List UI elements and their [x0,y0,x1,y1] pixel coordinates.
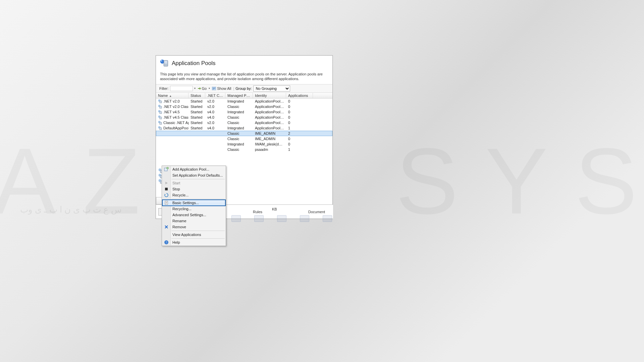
cell-name: .NET v2.0 [163,99,180,103]
cell-pipeline: Classic [225,105,253,109]
cell-identity: ApplicationPoolId... [253,110,286,114]
cell-apps: 0 [286,121,313,125]
cell-clr: v4.0 [205,126,225,130]
cm-rename[interactable]: Rename [162,218,225,224]
cell-name: .NET v2.0 Classic [163,105,189,109]
icon-fragment [254,215,264,222]
cell-identity: ApplicationPoolId... [253,121,286,125]
cell-pipeline: Integrated [225,99,253,103]
cell-apps: 0 [286,110,313,114]
cell-status: Started [189,126,205,130]
header-area: Application Pools [156,56,332,71]
table-row[interactable]: .NET v4.5 ClassicStartedv4.0ClassicAppli… [156,115,332,120]
cm-recycle[interactable]: Recycle... [162,192,225,198]
cell-identity: ApplicationPoolId... [253,105,286,109]
cm-advanced-settings[interactable]: Advanced Settings... [162,212,225,218]
cell-pipeline: Classic [225,115,253,119]
cell-pipeline: Classic [225,137,253,141]
icon-fragment [300,215,309,222]
col-identity[interactable]: Identity [253,93,286,98]
grid-header: Name▲ Status .NET CLR V... Managed Pipel… [156,93,332,99]
cell-clr: v2.0 [205,105,225,109]
filter-dropdown-icon[interactable]: ▾ [194,87,196,90]
cell-clr: v4.0 [205,115,225,119]
table-row[interactable]: .NET v2.0 ClassicStartedv2.0ClassicAppli… [156,104,332,109]
svg-rect-3 [164,61,167,62]
cell-clr: v2.0 [205,99,225,103]
cell-pipeline: Classic [225,131,253,135]
cell-apps: 2 [286,131,313,135]
cm-set-defaults[interactable]: Set Application Pool Defaults... [162,172,225,178]
table-row[interactable]: .NET v4.5Startedv4.0IntegratedApplicatio… [156,109,332,115]
cell-identity: ApplicationPoolId... [253,126,286,130]
cell-apps: 0 [286,142,313,146]
cm-view-applications[interactable]: View Applications [162,232,225,238]
cell-pipeline: Integrated [225,142,253,146]
add-icon [164,167,169,172]
document-label-fragment: Document [308,210,325,214]
table-row[interactable]: .NET v2.0Startedv2.0IntegratedApplicatio… [156,99,332,104]
cell-apps: 0 [286,137,313,141]
app-pools-icon [160,59,169,68]
icon-fragment [323,215,332,222]
cell-pipeline: Classic [225,147,253,152]
group-by-select[interactable]: No Grouping [253,85,290,92]
cm-recycling[interactable]: Recycling... [162,206,225,212]
iis-app-pools-pane: Application Pools This page lets you vie… [156,55,333,219]
cell-apps: 1 [286,147,313,152]
show-all-label: Show All [217,86,231,90]
cell-name: Classic .NET Ap... [163,121,189,125]
table-row[interactable]: ClassicIME_ADMIN0 [156,136,332,141]
cell-name: .NET v4.5 [163,110,180,114]
sort-asc-icon: ▲ [168,95,172,98]
svg-point-1 [161,60,162,62]
svg-rect-11 [160,112,162,114]
go-label: Go [202,86,207,90]
table-row[interactable]: DefaultAppPoolStartedv4.0IntegratedAppli… [156,125,332,131]
col-name[interactable]: Name▲ [156,93,189,98]
table-row[interactable]: Classic .NET Ap...Startedv2.0ClassicAppl… [156,120,332,125]
cell-pipeline: Classic [225,121,253,125]
svg-rect-15 [160,122,162,124]
cell-apps: 0 [286,115,313,119]
table-row[interactable]: IntegratedIWAM_plesk(defa...0 [156,141,332,147]
cell-status: Started [189,105,205,109]
cell-identity: IME_ADMIN [253,137,286,141]
cm-separator [171,231,225,231]
cell-clr: v2.0 [205,121,225,125]
col-pipeline[interactable]: Managed Pipel... [225,93,253,98]
pool-icon [158,126,162,130]
cm-help[interactable]: ? Help [162,239,225,245]
filter-input[interactable] [170,86,193,91]
cm-remove[interactable]: Remove [162,224,225,230]
cell-status: Started [189,110,205,114]
cell-identity: IME_ADMIN [253,131,286,135]
cell-apps: 0 [286,105,313,109]
col-status[interactable]: Status [189,93,205,98]
recycle-icon [164,193,169,197]
table-row[interactable]: ClassicIME_ADMIN2 [156,131,332,136]
cm-basic-settings[interactable]: Basic Settings... [162,200,225,206]
cm-start: Start [162,180,225,186]
show-all-button[interactable]: Show All [211,86,232,90]
cm-separator [171,199,225,199]
svg-rect-4 [164,62,167,63]
col-net-clr[interactable]: .NET CLR V... [205,93,225,98]
pool-icon [158,121,162,125]
col-apps[interactable]: Applications [286,93,313,98]
cell-apps: 1 [286,126,313,130]
go-dropdown-icon[interactable]: ▾ [209,87,210,90]
icon-fragment [277,215,286,222]
cm-stop[interactable]: Stop [162,186,225,192]
cell-status: Started [189,99,205,103]
cell-pipeline: Integrated [225,126,253,130]
svg-rect-9 [160,106,162,108]
cell-status: Started [189,121,205,125]
group-by-label: Group by: [235,86,252,90]
go-button[interactable]: Go [197,86,208,90]
table-row[interactable]: Classicpsaadm1 [156,147,332,152]
svg-rect-7 [160,101,162,103]
pool-icon [158,99,162,103]
svg-rect-13 [160,117,162,119]
cm-add-app-pool[interactable]: Add Application Pool... [162,166,225,172]
